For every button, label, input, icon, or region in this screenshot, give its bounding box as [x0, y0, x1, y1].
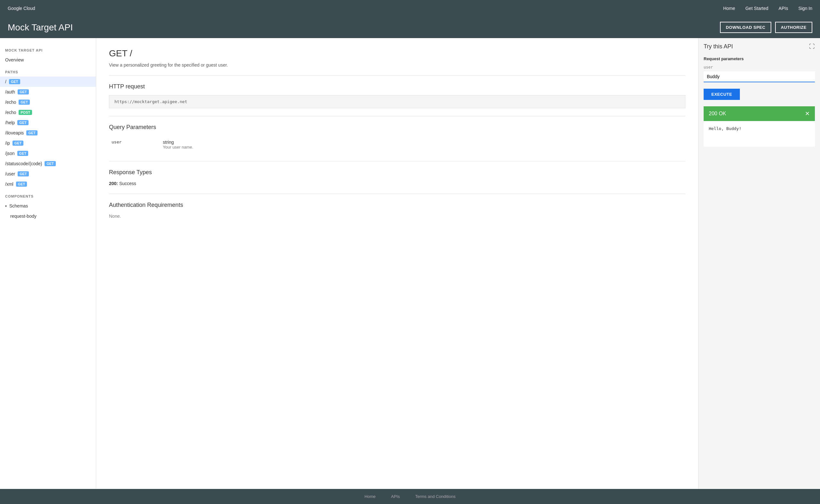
response-close-icon[interactable]: ✕ — [805, 110, 810, 117]
divider-1 — [109, 75, 685, 76]
auth-title: Authentication Requirements — [109, 202, 685, 208]
badge-get-auth: GET — [18, 89, 29, 94]
footer-apis[interactable]: APIs — [391, 494, 400, 499]
response-body: Hello, Buddy! — [704, 121, 815, 147]
sidebar-item-root-get[interactable]: / GET — [0, 77, 96, 87]
badge-get-root: GET — [9, 79, 20, 84]
sidebar-path-xml: /xml — [5, 182, 13, 187]
http-url-box: https://mocktarget.apigee.net — [109, 95, 685, 108]
google-cloud-logo: Google Cloud — [8, 6, 35, 11]
try-panel-title: Try this API — [704, 43, 733, 50]
sidebar-path-user: /user — [5, 171, 15, 176]
sidebar-item-statuscode-get[interactable]: /statuscode/{code} GET — [0, 159, 96, 169]
query-params-title: Query Parameters — [109, 124, 685, 131]
response-200-label: Success — [119, 181, 136, 186]
sidebar-schemas-label: Schemas — [9, 203, 28, 208]
download-spec-button[interactable]: DOWNLOAD SPEC — [720, 22, 771, 33]
sidebar-item-request-body[interactable]: request-body — [0, 211, 96, 221]
badge-get-statuscode: GET — [45, 161, 56, 166]
http-request-title: HTTP request — [109, 83, 685, 90]
param-table: user string Your user name. — [109, 136, 685, 153]
sidebar-path-json: /json — [5, 151, 15, 156]
authorize-button[interactable]: AUTHORIZE — [775, 22, 812, 33]
sidebar-item-json-get[interactable]: /json GET — [0, 148, 96, 159]
sidebar-item-ip-get[interactable]: /ip GET — [0, 138, 96, 148]
badge-get-xml: GET — [16, 182, 27, 187]
sidebar-paths-section: PATHS — [0, 65, 96, 77]
sidebar-path-root: / — [5, 79, 6, 84]
sidebar-expand-icon: ▾ — [5, 204, 7, 208]
sidebar-item-overview[interactable]: Overview — [0, 55, 96, 65]
sidebar-path-auth: /auth — [5, 89, 15, 94]
sidebar-path-echo-get: /echo — [5, 100, 16, 105]
sidebar-item-echo-post[interactable]: /echo POST — [0, 107, 96, 118]
divider-4 — [109, 194, 685, 194]
sidebar-item-auth-get[interactable]: /auth GET — [0, 87, 96, 97]
sidebar-path-echo-post: /echo — [5, 110, 16, 115]
sidebar-components-section: COMPONENTS — [0, 189, 96, 201]
top-nav-links: Home Get Started APIs Sign In — [723, 6, 812, 11]
badge-get-json: GET — [17, 151, 29, 156]
response-status-text: 200 OK — [709, 111, 726, 117]
user-input[interactable] — [704, 71, 815, 82]
sidebar-path-ip: /ip — [5, 141, 10, 146]
endpoint-description: View a personalized greeting for the spe… — [109, 62, 685, 68]
response-200-code: 200: — [109, 181, 118, 186]
try-panel: Try this API ⛶ Request parameters user E… — [698, 38, 820, 489]
badge-post-echo: POST — [19, 110, 32, 115]
sidebar-api-section: MOCK TARGET API — [0, 43, 96, 55]
sidebar-path-help: /help — [5, 120, 15, 125]
sidebar-item-echo-get[interactable]: /echo GET — [0, 97, 96, 107]
nav-sign-in[interactable]: Sign In — [798, 6, 812, 11]
endpoint-title: GET / — [109, 48, 685, 59]
title-bar-actions: DOWNLOAD SPEC AUTHORIZE — [720, 22, 812, 33]
main-layout: MOCK TARGET API Overview PATHS / GET /au… — [0, 38, 820, 489]
badge-get-echo: GET — [19, 100, 30, 105]
table-row: user string Your user name. — [109, 136, 685, 153]
sidebar-item-help-get[interactable]: /help GET — [0, 118, 96, 128]
nav-get-started[interactable]: Get Started — [745, 6, 768, 11]
expand-icon[interactable]: ⛶ — [809, 43, 815, 50]
execute-button[interactable]: EXECUTE — [704, 89, 740, 100]
badge-get-help: GET — [17, 120, 29, 125]
sidebar-overview-label: Overview — [5, 57, 24, 62]
page-title: Mock Target API — [8, 22, 73, 33]
divider-2 — [109, 116, 685, 116]
nav-apis[interactable]: APIs — [779, 6, 788, 11]
sidebar-item-xml-get[interactable]: /xml GET — [0, 179, 96, 189]
sidebar-item-iloveapis-get[interactable]: /iloveapis GET — [0, 128, 96, 138]
auth-none: None. — [109, 214, 685, 219]
sidebar-path-iloveapis: /iloveapis — [5, 130, 24, 135]
param-type-user: string — [163, 140, 683, 145]
title-bar: Mock Target API DOWNLOAD SPEC AUTHORIZE — [0, 17, 820, 38]
badge-get-iloveapis: GET — [26, 130, 37, 135]
sidebar-path-statuscode: /statuscode/{code} — [5, 161, 42, 166]
param-desc-user: Your user name. — [163, 145, 683, 150]
request-params-section: Request parameters user — [704, 56, 815, 89]
footer-home[interactable]: Home — [365, 494, 376, 499]
param-name-user: user — [109, 136, 160, 153]
sidebar-item-user-get[interactable]: /user GET — [0, 169, 96, 179]
top-nav: Google Cloud Home Get Started APIs Sign … — [0, 0, 820, 17]
response-status-box: 200 OK ✕ — [704, 106, 815, 121]
sidebar: MOCK TARGET API Overview PATHS / GET /au… — [0, 38, 96, 489]
footer-terms[interactable]: Terms and Conditions — [415, 494, 455, 499]
user-param-label: user — [704, 65, 815, 69]
divider-3 — [109, 161, 685, 161]
content-area: GET / View a personalized greeting for t… — [96, 38, 698, 489]
nav-home[interactable]: Home — [723, 6, 735, 11]
response-types-title: Response Types — [109, 169, 685, 176]
response-200: 200: Success — [109, 181, 685, 186]
request-params-label: Request parameters — [704, 56, 815, 61]
response-section: 200 OK ✕ Hello, Buddy! — [704, 106, 815, 147]
badge-get-ip: GET — [12, 141, 24, 146]
badge-get-user: GET — [18, 171, 29, 176]
sidebar-request-body-label: request-body — [10, 214, 37, 219]
sidebar-item-schemas[interactable]: ▾ Schemas — [0, 201, 96, 211]
try-panel-header: Try this API ⛶ — [704, 43, 815, 50]
footer: Home APIs Terms and Conditions — [0, 489, 820, 504]
